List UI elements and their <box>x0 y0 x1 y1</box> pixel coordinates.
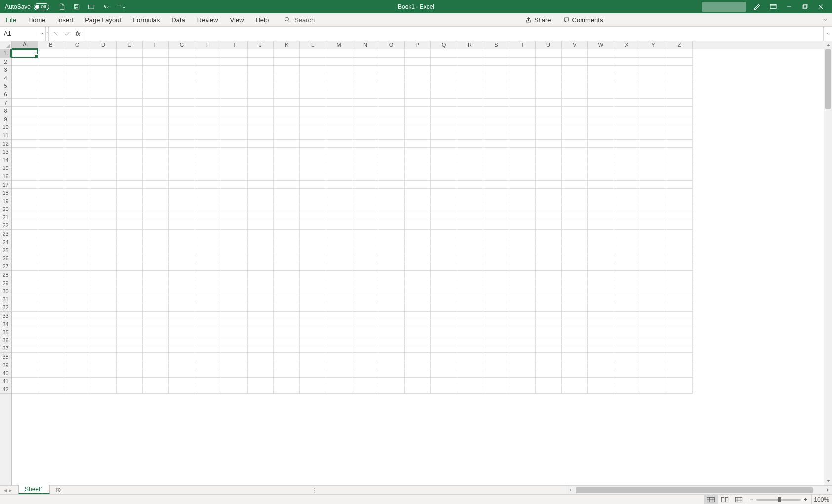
cell[interactable] <box>12 328 38 336</box>
cell[interactable] <box>483 295 509 304</box>
cell[interactable] <box>90 164 117 172</box>
cell[interactable] <box>536 369 562 378</box>
cell[interactable] <box>457 238 483 247</box>
cell[interactable] <box>117 369 143 378</box>
cell[interactable] <box>12 287 38 295</box>
cell[interactable] <box>640 246 666 254</box>
cell[interactable] <box>300 148 326 156</box>
cell[interactable] <box>378 131 405 140</box>
cell[interactable] <box>12 58 38 66</box>
cell[interactable] <box>143 271 169 279</box>
cell[interactable] <box>169 156 195 165</box>
cell[interactable] <box>431 230 457 238</box>
cell[interactable] <box>90 156 117 165</box>
cell[interactable] <box>90 115 117 124</box>
cell[interactable] <box>274 385 300 394</box>
cell[interactable] <box>536 156 562 165</box>
cell[interactable] <box>509 221 536 230</box>
cell[interactable] <box>143 369 169 378</box>
vertical-scroll-thumb[interactable] <box>825 49 831 109</box>
cell[interactable] <box>117 115 143 124</box>
cell[interactable] <box>195 58 221 66</box>
row-header[interactable]: 42 <box>0 385 11 394</box>
cell[interactable] <box>378 353 405 361</box>
cell[interactable] <box>562 336 588 345</box>
cell[interactable] <box>117 107 143 115</box>
row-header[interactable]: 12 <box>0 140 11 148</box>
cell[interactable] <box>483 205 509 213</box>
row-header[interactable]: 7 <box>0 99 11 107</box>
cell[interactable] <box>195 148 221 156</box>
cell[interactable] <box>509 189 536 197</box>
column-header[interactable]: O <box>378 41 405 49</box>
cell[interactable] <box>117 181 143 189</box>
cell[interactable] <box>90 221 117 230</box>
cell[interactable] <box>117 49 143 58</box>
cell[interactable] <box>195 156 221 165</box>
cell[interactable] <box>666 312 693 320</box>
cell[interactable] <box>90 90 117 99</box>
cell[interactable] <box>588 279 614 288</box>
cell[interactable] <box>326 295 352 304</box>
cell[interactable] <box>143 246 169 254</box>
cell[interactable] <box>300 49 326 58</box>
cell[interactable] <box>562 353 588 361</box>
cell[interactable] <box>640 328 666 336</box>
cell[interactable] <box>457 156 483 165</box>
cell[interactable] <box>483 279 509 288</box>
cells-area[interactable] <box>12 49 824 485</box>
cell[interactable] <box>405 246 431 254</box>
cell[interactable] <box>12 107 38 115</box>
column-header[interactable]: J <box>248 41 274 49</box>
cell[interactable] <box>352 254 378 263</box>
cell[interactable] <box>274 279 300 288</box>
cell[interactable] <box>509 66 536 74</box>
cell[interactable] <box>300 197 326 206</box>
cell[interactable] <box>274 287 300 295</box>
cell[interactable] <box>143 361 169 370</box>
cell[interactable] <box>509 49 536 58</box>
cell[interactable] <box>117 189 143 197</box>
cell[interactable] <box>117 361 143 370</box>
cell[interactable] <box>405 74 431 83</box>
cell[interactable] <box>588 156 614 165</box>
cell[interactable] <box>405 303 431 312</box>
row-header[interactable]: 38 <box>0 353 11 361</box>
cell[interactable] <box>64 303 90 312</box>
cell[interactable] <box>352 262 378 271</box>
cell[interactable] <box>378 303 405 312</box>
cell[interactable] <box>666 287 693 295</box>
cell[interactable] <box>38 385 64 394</box>
cell[interactable] <box>483 140 509 148</box>
cell[interactable] <box>352 271 378 279</box>
formula-input[interactable] <box>84 27 823 41</box>
cell[interactable] <box>457 254 483 263</box>
cell[interactable] <box>90 262 117 271</box>
cell[interactable] <box>562 246 588 254</box>
cell[interactable] <box>431 74 457 83</box>
cell[interactable] <box>143 74 169 83</box>
cell[interactable] <box>588 230 614 238</box>
cell[interactable] <box>64 107 90 115</box>
cell[interactable] <box>12 312 38 320</box>
cell[interactable] <box>431 115 457 124</box>
cell[interactable] <box>90 344 117 353</box>
cell[interactable] <box>562 74 588 83</box>
cell[interactable] <box>117 344 143 353</box>
cell[interactable] <box>457 148 483 156</box>
cell[interactable] <box>431 205 457 213</box>
cell[interactable] <box>666 336 693 345</box>
cell[interactable] <box>64 385 90 394</box>
cell[interactable] <box>300 181 326 189</box>
cell[interactable] <box>326 328 352 336</box>
cell[interactable] <box>38 205 64 213</box>
cell[interactable] <box>38 181 64 189</box>
cell[interactable] <box>562 156 588 165</box>
cell[interactable] <box>431 295 457 304</box>
cell[interactable] <box>378 189 405 197</box>
cell[interactable] <box>90 312 117 320</box>
cell[interactable] <box>536 230 562 238</box>
cell[interactable] <box>90 279 117 288</box>
cell[interactable] <box>614 156 640 165</box>
cell[interactable] <box>378 99 405 107</box>
